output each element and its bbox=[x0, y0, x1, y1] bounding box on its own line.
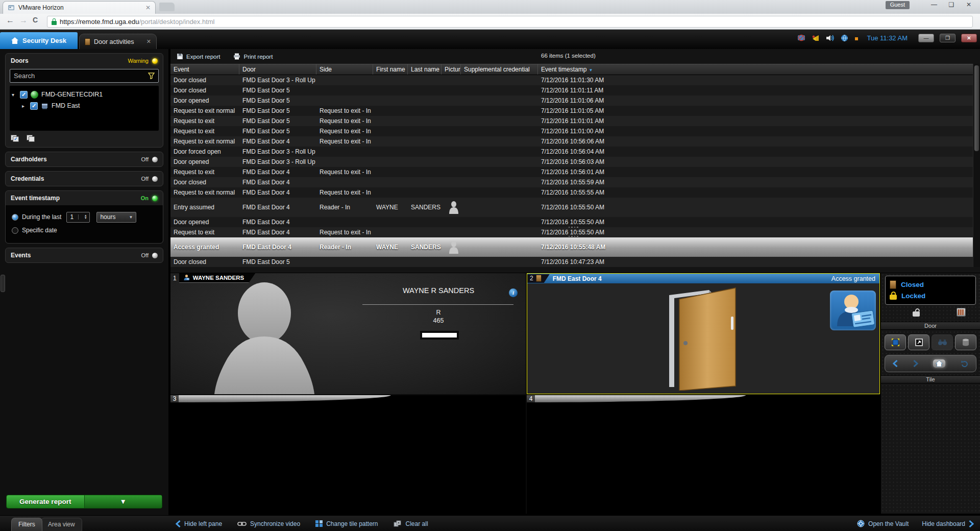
tile-2-door[interactable]: 2 FMD East Door 4 Access granted bbox=[527, 273, 880, 394]
tile-3-empty[interactable]: 3 bbox=[170, 395, 526, 514]
change-tile-pattern-bottom-button[interactable]: Change tile pattern bbox=[315, 520, 378, 527]
browser-close-button[interactable]: ✕ bbox=[961, 0, 977, 9]
hours-stepper[interactable]: 1 ▲▼ bbox=[66, 212, 90, 223]
clear-all-button[interactable]: Clear all bbox=[394, 520, 428, 527]
table-row[interactable]: Request to exitFMD East Door 5Request to… bbox=[170, 116, 973, 126]
browser-minimize-button[interactable]: — bbox=[926, 0, 942, 9]
tree-item-area[interactable]: ▸ ✓ FMD East bbox=[12, 100, 157, 111]
doors-search[interactable] bbox=[10, 69, 159, 83]
table-row[interactable]: Door openedFMD East Door 57/12/2016 11:0… bbox=[170, 95, 973, 106]
tab-door-activities[interactable]: Door activities ✕ bbox=[79, 34, 157, 49]
table-row[interactable]: Request to exit normalFMD East Door 4Req… bbox=[170, 136, 973, 147]
unlock-door-button[interactable] bbox=[913, 308, 920, 317]
table-row[interactable]: Request to exitFMD East Door 5Request to… bbox=[170, 126, 973, 136]
video-unavailable-icon[interactable] bbox=[797, 34, 806, 42]
tile-home-button[interactable] bbox=[933, 359, 945, 368]
speaker-icon[interactable] bbox=[826, 34, 835, 42]
ssl-padlock-icon[interactable] bbox=[52, 18, 57, 25]
change-tile-pattern-button[interactable] bbox=[885, 334, 906, 350]
network-globe-icon[interactable] bbox=[840, 34, 849, 42]
back-icon[interactable]: ← bbox=[6, 16, 14, 25]
sidebar-collapse-grip[interactable] bbox=[1, 275, 5, 292]
info-icon[interactable]: i bbox=[509, 288, 518, 297]
expander-icon[interactable]: ▾ bbox=[12, 92, 17, 98]
column-header[interactable]: Supplemental credential bbox=[461, 64, 538, 75]
tab-security-desk[interactable]: Security Desk bbox=[0, 32, 78, 49]
refresh-icon[interactable]: C bbox=[33, 16, 38, 24]
stepper-arrows[interactable]: ▲▼ bbox=[78, 214, 90, 220]
export-report-button[interactable]: Export report bbox=[177, 53, 220, 60]
new-tab-button[interactable] bbox=[159, 3, 175, 11]
cell-ts: 7/12/2016 10:55:48 AM bbox=[538, 244, 973, 251]
checkbox-checked[interactable]: ✓ bbox=[20, 91, 28, 99]
table-row[interactable]: Access grantedFMD East Door 4Reader - In… bbox=[170, 237, 973, 257]
tile-1-cardholder[interactable]: 1 WAYNE SANDERS WAYNE R SANDERS R 465 i bbox=[170, 273, 526, 394]
table-row[interactable]: Door openedFMD East Door 3 - Roll Up7/12… bbox=[170, 157, 973, 167]
search-input[interactable] bbox=[14, 72, 148, 80]
radio-during-last[interactable] bbox=[12, 214, 18, 221]
tile-header[interactable]: 2 FMD East Door 4 Access granted bbox=[527, 274, 879, 283]
table-row[interactable]: Door closedFMD East Door 47/12/2016 10:5… bbox=[170, 177, 973, 187]
table-row[interactable]: Door closedFMD East Door 3 - Roll Up7/12… bbox=[170, 75, 973, 85]
table-row[interactable]: Request to exit normalFMD East Door 4Req… bbox=[170, 187, 973, 198]
pane-splitter-handle[interactable] bbox=[568, 221, 581, 239]
tab-filters[interactable]: Filters bbox=[11, 518, 42, 531]
checkbox-checked[interactable]: ✓ bbox=[30, 102, 38, 110]
tray-notification-icon[interactable] bbox=[854, 34, 859, 42]
table-row[interactable]: Door closedFMD East Door 57/12/2016 11:0… bbox=[170, 85, 973, 95]
column-header[interactable]: Last name bbox=[408, 64, 442, 75]
column-header[interactable]: First name bbox=[373, 64, 408, 75]
hide-left-pane-button[interactable]: Hide left pane bbox=[176, 520, 222, 527]
browser-maximize-button[interactable]: ❑ bbox=[943, 0, 960, 9]
print-report-button[interactable]: Print report bbox=[233, 53, 273, 60]
table-row[interactable]: Entry assumedFMD East Door 4Reader - InW… bbox=[170, 198, 973, 217]
filter-funnel-icon[interactable] bbox=[148, 73, 155, 79]
guest-badge[interactable]: Guest bbox=[886, 1, 910, 9]
column-header[interactable]: Side bbox=[316, 64, 373, 75]
clear-selection-icon[interactable] bbox=[27, 135, 35, 142]
tab-close-icon[interactable]: ✕ bbox=[146, 38, 151, 45]
scrollbar-thumb[interactable] bbox=[974, 65, 979, 151]
binoculars-button[interactable] bbox=[932, 334, 953, 350]
column-header[interactable]: Picture bbox=[442, 64, 461, 75]
tile-forward-button[interactable] bbox=[913, 360, 918, 367]
vault-cylinder-button[interactable] bbox=[955, 334, 976, 350]
tab-area-view[interactable]: Area view bbox=[41, 518, 82, 531]
tile-4-empty[interactable]: 4 bbox=[527, 395, 880, 514]
column-header[interactable]: Door bbox=[239, 64, 316, 75]
table-row[interactable]: Request to exit normalFMD East Door 5Req… bbox=[170, 106, 973, 116]
event-timestamp-section[interactable]: Event timestamp On During the last 1 ▲▼ … bbox=[5, 190, 163, 244]
synchronize-video-button[interactable]: Synchronize video bbox=[237, 520, 300, 527]
tab-close-icon[interactable]: ✕ bbox=[145, 4, 151, 11]
select-all-icon[interactable]: ✓ bbox=[11, 135, 19, 142]
address-bar[interactable]: https://remote.fmd.uga.edu/portal/deskto… bbox=[47, 16, 973, 28]
table-row[interactable]: Door closedFMD East Door 57/12/2016 10:4… bbox=[170, 257, 973, 267]
app-close-button[interactable]: ✕ bbox=[961, 34, 977, 42]
cardholders-section[interactable]: Cardholders Off bbox=[5, 152, 163, 167]
column-header-sorted[interactable]: Event timestamp▼ bbox=[538, 64, 973, 75]
app-restore-button[interactable]: ❐ bbox=[940, 34, 955, 42]
table-row[interactable]: Request to exitFMD East Door 4Request to… bbox=[170, 167, 973, 177]
expander-icon[interactable]: ▸ bbox=[22, 103, 27, 109]
tree-item-directory[interactable]: ▾ ✓ FMD-GENETECDIR1 bbox=[12, 89, 157, 100]
app-minimize-button[interactable]: — bbox=[918, 34, 934, 42]
browser-tab[interactable]: VMware Horizon ✕ bbox=[3, 1, 156, 14]
forward-icon[interactable]: → bbox=[19, 16, 28, 25]
unit-dropdown[interactable]: hours ▼ bbox=[96, 212, 136, 223]
tile-back-button[interactable] bbox=[893, 360, 898, 367]
generate-report-dropdown[interactable]: ▼ bbox=[84, 495, 162, 508]
table-scrollbar[interactable] bbox=[973, 64, 980, 267]
events-section[interactable]: Events Off bbox=[5, 248, 163, 263]
horn-alert-icon[interactable] bbox=[812, 34, 820, 42]
hide-dashboard-button[interactable]: Hide dashboard bbox=[922, 520, 974, 527]
column-header[interactable]: Event bbox=[170, 64, 239, 75]
expand-tile-button[interactable] bbox=[908, 334, 929, 350]
tile-cycle-button[interactable] bbox=[961, 360, 968, 368]
generate-report-button[interactable]: Generate report ▼ bbox=[6, 495, 162, 509]
open-vault-button[interactable]: Open the Vault bbox=[857, 520, 909, 527]
table-row[interactable]: Door forced openFMD East Door 3 - Roll U… bbox=[170, 147, 973, 157]
credentials-section[interactable]: Credentials Off bbox=[5, 171, 163, 186]
button-label: Hide left pane bbox=[184, 520, 222, 527]
override-schedule-button[interactable] bbox=[957, 308, 966, 317]
radio-specific-date[interactable] bbox=[12, 227, 18, 234]
